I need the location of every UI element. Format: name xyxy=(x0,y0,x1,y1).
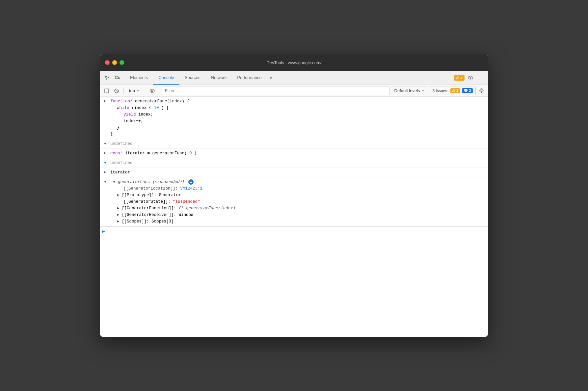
info-icon[interactable]: i xyxy=(188,179,194,185)
clear-console-button[interactable] xyxy=(112,87,121,95)
console-prompt-arrow[interactable]: ▶ xyxy=(102,229,105,234)
console-settings-button[interactable] xyxy=(477,87,486,95)
undefined-text: undefined xyxy=(110,161,133,165)
tab-network[interactable]: Network xyxy=(206,71,232,85)
title-bar: DevTools - www.google.com/ xyxy=(100,54,488,71)
tab-bar: Elements Console Sources Network Perform… xyxy=(100,71,488,85)
generator-receiver-value: Window xyxy=(179,213,194,217)
code-text: index; xyxy=(138,112,153,117)
devtools-more-button[interactable]: ⋮ xyxy=(476,73,486,83)
issues-warn-badge: ⚠ 1 xyxy=(450,88,460,93)
tab-sources[interactable]: Sources xyxy=(179,71,206,85)
log-levels-label: Default levels xyxy=(394,88,420,93)
gf-arrow[interactable]: ▶ xyxy=(117,206,120,211)
execution-context-selector[interactable]: top xyxy=(126,87,142,95)
generator-state-line: [[GeneratorState]]: "suspended" xyxy=(110,198,486,205)
generator-name: generatorFunc {<suspended>} xyxy=(118,180,185,184)
return-arrow[interactable]: ◀ xyxy=(100,160,110,165)
devtools-window: DevTools - www.google.com/ Elements Cons… xyxy=(100,54,488,337)
issues-label: 3 Issues: xyxy=(433,89,448,93)
entry-content: iterator xyxy=(110,169,486,176)
generator-function-value: f* generatorFunc(index) xyxy=(179,206,236,211)
minimize-button[interactable] xyxy=(112,60,117,65)
generator-receiver-line: ▶ [[GeneratorReceiver]]: Window xyxy=(110,212,486,218)
inspect-icon[interactable] xyxy=(102,73,112,83)
issues-count-display[interactable]: 3 Issues: ⚠ 1 💬 2 xyxy=(430,87,476,95)
expand-arrow[interactable]: ▶ xyxy=(100,98,110,103)
svg-point-7 xyxy=(151,90,153,91)
entry-content: ▼ generatorFunc {<suspended>} i [[Genera… xyxy=(110,179,486,225)
entry-content: undefined xyxy=(110,141,486,147)
return-arrow-expand[interactable]: ◀ xyxy=(100,179,110,184)
prototype-label: [[Prototype]]: xyxy=(122,193,159,197)
console-output: ▶ function* generatorFunc(index) { while… xyxy=(100,97,488,337)
undefined-text: undefined xyxy=(110,142,133,146)
code-text: ) { xyxy=(161,106,169,110)
tab-performance[interactable]: Performance xyxy=(232,71,267,85)
close-button[interactable] xyxy=(105,60,110,65)
console-toolbar: top Default levels 3 Issues: ⚠ 1 💬 2 xyxy=(100,85,488,97)
number-10: 10 xyxy=(154,106,159,110)
tab-elements[interactable]: Elements xyxy=(125,71,153,85)
return-arrow[interactable]: ◀ xyxy=(100,141,110,145)
vm-link[interactable]: VM12423:1 xyxy=(180,186,203,191)
list-item: ▶ iterator xyxy=(100,168,488,177)
context-label: top xyxy=(129,88,135,93)
entry-content: const iterator = generatorFunc( 0 ) xyxy=(110,150,486,157)
code-text: } xyxy=(110,132,113,137)
svg-point-6 xyxy=(150,89,154,92)
svg-line-5 xyxy=(115,89,118,92)
issues-badge[interactable]: ⚠ 1 xyxy=(454,75,465,81)
device-toolbar-icon[interactable] xyxy=(113,73,122,83)
code-line: while (index < 10 ) { xyxy=(110,105,486,111)
generator-receiver-label: [[GeneratorReceiver]]: xyxy=(122,213,179,217)
generator-function-line: ▶ [[GeneratorFunction]]: f* generatorFun… xyxy=(110,205,486,212)
toolbar-divider xyxy=(123,88,124,94)
list-item: ◀ ▼ generatorFunc {<suspended>} i [[Gene… xyxy=(100,177,488,226)
generator-header: ▼ generatorFunc {<suspended>} i xyxy=(110,179,486,185)
log-levels-button[interactable]: Default levels xyxy=(391,87,428,95)
iterator-text: iterator xyxy=(110,170,130,175)
generator-state-label: [[GeneratorState]]: xyxy=(123,199,173,204)
svg-rect-2 xyxy=(105,89,109,93)
scopes-arrow[interactable]: ▶ xyxy=(117,219,120,224)
tab-console[interactable]: Console xyxy=(153,71,179,85)
code-text: generatorFunc(index) { xyxy=(135,99,189,104)
settings-button[interactable] xyxy=(466,73,475,83)
scopes-line: ▶ [[Scopes]]: Scopes[3] xyxy=(110,218,486,225)
eye-button[interactable] xyxy=(148,87,156,95)
proto-arrow[interactable]: ▶ xyxy=(117,193,120,197)
generator-location-line: [[GeneratorLocation]]: VM12423:1 xyxy=(110,185,486,192)
svg-rect-0 xyxy=(115,76,118,79)
window-title: DevTools - www.google.com/ xyxy=(267,60,322,65)
expand-arrow[interactable]: ▶ xyxy=(100,150,110,155)
list-item: ◀ undefined xyxy=(100,158,488,168)
console-input-row: ▶ xyxy=(100,226,488,236)
issues-count: 1 xyxy=(461,76,463,80)
code-line: yield index; xyxy=(110,111,486,118)
scopes-value: Scopes[3] xyxy=(151,219,174,224)
svg-rect-1 xyxy=(119,77,120,79)
list-item: ▶ function* generatorFunc(index) { while… xyxy=(100,97,488,139)
list-item: ◀ undefined xyxy=(100,139,488,149)
code-line: index++; xyxy=(110,118,486,124)
scopes-label: [[Scopes]]: xyxy=(122,219,151,224)
tab-bar-icons xyxy=(102,73,122,83)
keyword-const: const xyxy=(110,151,123,156)
gr-arrow[interactable]: ▶ xyxy=(117,213,120,217)
sidebar-toggle-button[interactable] xyxy=(102,87,111,95)
code-text: (index < xyxy=(132,106,154,110)
expand-arrow[interactable]: ▶ xyxy=(100,169,110,174)
warning-icon: ⚠ xyxy=(456,76,459,80)
collapse-arrow[interactable]: ▼ xyxy=(113,180,116,184)
generator-state-value: "suspended" xyxy=(173,199,200,204)
number-0: 0 xyxy=(189,151,192,156)
keyword-yield: yield xyxy=(123,112,136,117)
generator-function-label: [[GeneratorFunction]]: xyxy=(122,206,179,211)
more-tabs-button[interactable]: » xyxy=(267,71,275,85)
generator-location-label: [[GeneratorLocation]]: xyxy=(123,186,178,191)
code-line: } xyxy=(110,124,486,131)
maximize-button[interactable] xyxy=(120,60,124,65)
tabs: Elements Console Sources Network Perform… xyxy=(125,71,454,85)
filter-input[interactable] xyxy=(162,87,389,95)
